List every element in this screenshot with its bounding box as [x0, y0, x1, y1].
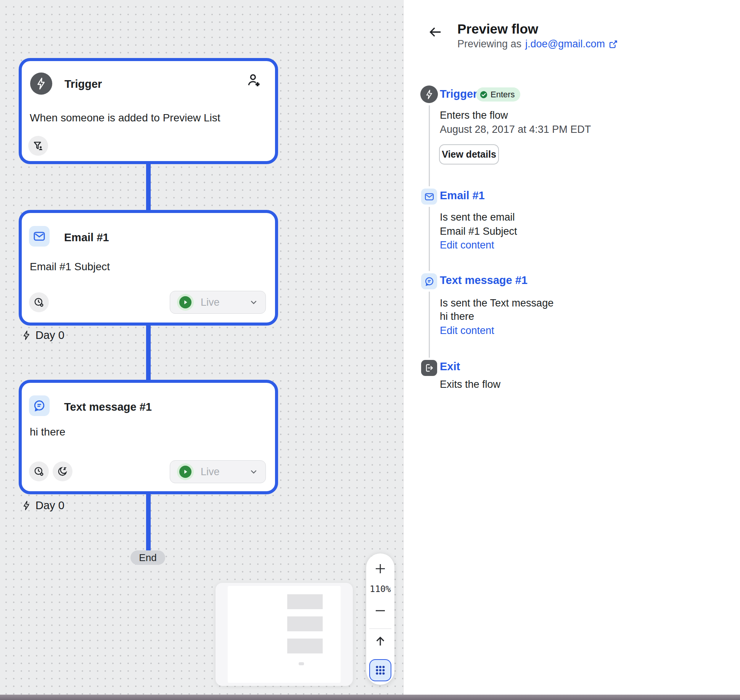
- previewing-as: Previewing as j.doe@gmail.com: [457, 38, 618, 50]
- live-play-icon: [177, 463, 194, 480]
- email-node-title: Email #1: [64, 231, 109, 244]
- external-link-icon: [608, 39, 618, 49]
- timeline-email-icon: [421, 189, 437, 205]
- sms-delay-label: Day 0: [21, 499, 64, 512]
- email-node-body: Email #1 Subject: [30, 261, 110, 273]
- minimap-toggle-button[interactable]: [369, 659, 391, 681]
- email-line2: Email #1 Subject: [440, 226, 517, 237]
- zoom-level: 110%: [366, 584, 394, 594]
- arrow-up-icon: [374, 635, 387, 648]
- zoom-controls: 110%: [366, 553, 394, 685]
- trigger-node-body: When someone is added to Preview List: [30, 112, 220, 124]
- minimap-node: [287, 594, 323, 609]
- sms-line2: hi there: [440, 311, 474, 323]
- smart-sending-clock-icon[interactable]: [29, 461, 49, 481]
- minimap-node: [287, 616, 323, 631]
- grid-dots-icon: [374, 664, 387, 677]
- timeline-sms-heading[interactable]: Text message #1: [440, 274, 528, 287]
- timeline-trigger-icon: [420, 85, 438, 103]
- chevron-down-icon: [249, 467, 259, 477]
- lightning-icon: [30, 73, 52, 95]
- person-add-icon[interactable]: [245, 71, 263, 89]
- smart-sending-clock-icon[interactable]: [29, 292, 49, 312]
- connector-trigger-email: [146, 162, 151, 212]
- email-status-label: Live: [201, 297, 249, 308]
- email-delay-label: Day 0: [21, 329, 64, 342]
- minimap-node: [287, 639, 323, 653]
- flow-canvas[interactable]: Trigger When someone is added to Preview…: [0, 0, 404, 695]
- sms-status-label: Live: [201, 466, 249, 478]
- back-arrow-icon: [428, 24, 443, 40]
- enters-badge: Enters: [476, 87, 520, 102]
- preview-flow-panel: Preview flow Previewing as j.doe@gmail.c…: [404, 0, 740, 695]
- email-icon: [29, 226, 50, 247]
- email-status-dropdown[interactable]: Live: [170, 291, 266, 314]
- email-line1: Is sent the email: [440, 211, 515, 223]
- window-bottom-edge: [0, 695, 740, 700]
- timeline-email-heading[interactable]: Email #1: [440, 189, 485, 202]
- previewing-as-prefix: Previewing as: [457, 38, 521, 50]
- timeline-sms-icon: [421, 273, 437, 289]
- sms-line1: Is sent the Text message: [440, 297, 553, 309]
- divider: [369, 628, 391, 629]
- connector-sms-end: [146, 492, 151, 552]
- timeline-exit-heading[interactable]: Exit: [440, 360, 460, 373]
- plus-icon: [373, 562, 387, 576]
- live-play-icon: [177, 294, 194, 311]
- trigger-line1: Enters the flow: [440, 110, 508, 121]
- zoom-out-button[interactable]: [366, 601, 394, 621]
- timeline-exit-icon: [421, 360, 437, 376]
- minimap[interactable]: [216, 583, 353, 686]
- scroll-to-top-button[interactable]: [366, 631, 394, 651]
- flow-preview-app: Trigger When someone is added to Preview…: [0, 0, 740, 700]
- sms-edit-content-link[interactable]: Edit content: [440, 325, 494, 337]
- minus-icon: [373, 604, 387, 618]
- delay-lightning-icon: [21, 500, 32, 511]
- end-node: End: [130, 550, 165, 565]
- sms-node[interactable]: Text message #1 hi there: [19, 380, 278, 494]
- filter-person-icon[interactable]: [28, 136, 48, 156]
- back-button[interactable]: [427, 24, 444, 40]
- minimap-viewport: [228, 586, 341, 683]
- sms-node-title: Text message #1: [64, 401, 152, 413]
- trigger-node-title: Trigger: [64, 78, 102, 90]
- timeline-line: [429, 97, 430, 363]
- trigger-node[interactable]: Trigger When someone is added to Preview…: [19, 58, 278, 164]
- check-circle-icon: [479, 90, 488, 99]
- preview-profile-link[interactable]: j.doe@gmail.com: [525, 38, 618, 50]
- exit-line1: Exits the flow: [440, 379, 500, 390]
- view-details-button[interactable]: View details: [439, 144, 499, 165]
- minimap-end-node: [299, 662, 304, 665]
- sms-status-dropdown[interactable]: Live: [170, 460, 266, 483]
- panel-title: Preview flow: [457, 21, 538, 37]
- timeline-trigger-heading[interactable]: Trigger: [440, 88, 477, 100]
- trigger-line2: August 28, 2017 at 4:31 PM EDT: [440, 124, 591, 135]
- zoom-in-button[interactable]: [366, 559, 394, 579]
- chat-bubble-icon: [29, 395, 50, 416]
- chevron-down-icon: [249, 297, 259, 307]
- email-edit-content-link[interactable]: Edit content: [440, 239, 494, 251]
- delay-lightning-icon: [21, 330, 32, 340]
- sms-node-body: hi there: [30, 426, 65, 438]
- quiet-hours-moon-icon[interactable]: [53, 461, 72, 481]
- connector-email-sms: [146, 324, 151, 382]
- email-node[interactable]: Email #1 Email #1 Subject Live: [19, 210, 278, 326]
